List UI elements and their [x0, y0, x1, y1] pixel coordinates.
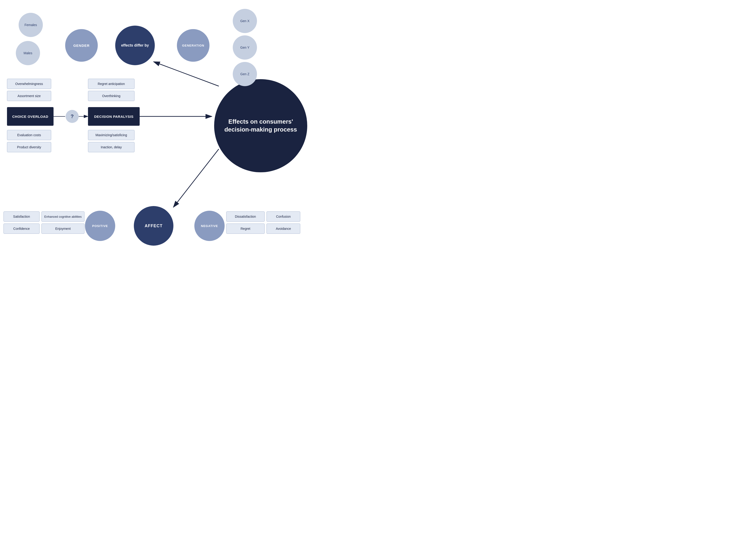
- confidence-box: Confidence: [3, 223, 40, 234]
- maximizing-satisficing-box: Maximizing/satisficing: [88, 130, 135, 140]
- arrow-main-to-effects: [154, 62, 219, 86]
- question-circle: ?: [66, 110, 79, 123]
- geny-label: Gen Y: [240, 46, 249, 49]
- inaction-delay-box: Inaction, delay: [88, 142, 135, 152]
- females-label: Females: [25, 23, 37, 27]
- confidence-label: Confidence: [13, 227, 30, 231]
- dissatisfaction-box: Dissatisfaction: [226, 211, 265, 222]
- avoidance-box: Avoidance: [266, 223, 300, 234]
- regret-anticipation-box: Regret anticipation: [88, 79, 135, 89]
- inaction-delay-label: Inaction, delay: [101, 145, 122, 149]
- generation-label: GENERATION: [182, 44, 204, 47]
- genz-label: Gen Z: [241, 72, 250, 76]
- gender-circle: GENDER: [65, 29, 98, 62]
- genz-circle: Gen Z: [233, 62, 257, 86]
- question-label: ?: [71, 113, 74, 119]
- choice-overload-label: CHOICE OVERLOAD: [12, 114, 48, 118]
- enjoyment-label: Enjoyment: [55, 227, 71, 231]
- gender-label: GENDER: [73, 43, 89, 47]
- affect-label: AFFECT: [145, 223, 163, 229]
- product-diversity-box: Product diversity: [7, 142, 51, 152]
- maximizing-satisficing-label: Maximizing/satisficing: [96, 133, 127, 137]
- satisfaction-box: Satisfaction: [3, 211, 40, 222]
- assortment-size-label: Assortment size: [17, 94, 41, 98]
- generation-circle: GENERATION: [177, 29, 210, 62]
- confusion-label: Confusion: [276, 215, 291, 218]
- overwhelmingness-label: Overwhelmingness: [15, 82, 43, 86]
- confusion-box: Confusion: [266, 211, 300, 222]
- satisfaction-label: Satisfaction: [13, 215, 30, 218]
- decision-paralysis-box: DECISION PARALYSIS: [88, 107, 140, 126]
- overthinking-box: Overthinking: [88, 91, 135, 101]
- effects-differ-label: effects differ by: [121, 43, 149, 47]
- arrow-main-to-affect: [173, 149, 219, 207]
- females-circle: Females: [19, 13, 43, 37]
- main-effects-label: Effects on consumers' decision-making pr…: [219, 118, 302, 134]
- overthinking-label: Overthinking: [102, 94, 120, 98]
- enjoyment-box: Enjoyment: [41, 223, 84, 234]
- males-circle: Males: [16, 41, 40, 65]
- affect-circle: AFFECT: [134, 206, 173, 246]
- genx-label: Gen X: [240, 19, 250, 23]
- evaluation-costs-label: Evaluation costs: [17, 133, 41, 137]
- decision-paralysis-label: DECISION PARALYSIS: [94, 114, 133, 118]
- main-effects-circle: Effects on consumers' decision-making pr…: [214, 79, 307, 172]
- regret-label: Regret: [241, 227, 250, 231]
- product-diversity-label: Product diversity: [17, 145, 41, 149]
- negative-label: NEGATIVE: [201, 224, 218, 228]
- overwhelmingness-box: Overwhelmingness: [7, 79, 51, 89]
- regret-anticipation-label: Regret anticipation: [98, 82, 125, 86]
- geny-circle: Gen Y: [233, 35, 257, 60]
- assortment-size-box: Assortment size: [7, 91, 51, 101]
- choice-overload-box: CHOICE OVERLOAD: [7, 107, 53, 126]
- males-label: Males: [24, 51, 32, 55]
- evaluation-costs-box: Evaluation costs: [7, 130, 51, 140]
- negative-circle: NEGATIVE: [194, 211, 225, 241]
- positive-circle: POSITIVE: [85, 211, 115, 241]
- avoidance-label: Avoidance: [276, 227, 291, 231]
- effects-differ-circle: effects differ by: [115, 26, 155, 65]
- genx-circle: Gen X: [233, 9, 257, 33]
- positive-label: POSITIVE: [92, 224, 108, 228]
- enhanced-cognitive-label: Enhanced cognitive abilities: [44, 215, 81, 218]
- diagram-container: Effects on consumers' decision-making pr…: [0, 0, 378, 278]
- dissatisfaction-label: Dissatisfaction: [235, 215, 256, 218]
- enhanced-cognitive-box: Enhanced cognitive abilities: [41, 211, 84, 222]
- regret-box: Regret: [226, 223, 265, 234]
